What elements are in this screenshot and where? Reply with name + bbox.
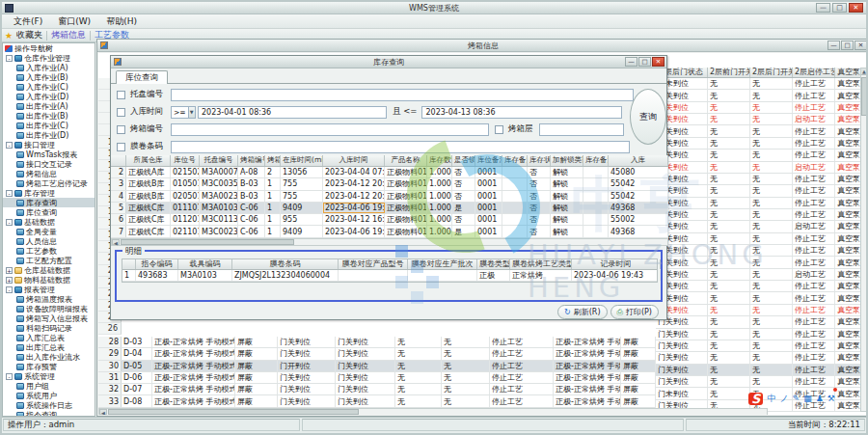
dialog-horizontal-scrollbar[interactable]: ◀ <box>111 238 668 246</box>
tree-item[interactable]: 入库作业(B) <box>3 72 95 82</box>
table-row[interactable]: 门关到位无无启动工艺真空泵启动 <box>656 221 864 232</box>
tree-item[interactable]: 用户组 <box>3 381 95 391</box>
tree-item[interactable]: -系统管理 <box>3 371 95 381</box>
scroll-left-arrow[interactable]: ◀ <box>112 239 120 245</box>
tree-expander-icon[interactable]: + <box>6 277 13 284</box>
scrollbar-thumb[interactable] <box>861 77 867 116</box>
ime-tool-icon[interactable]: 中 <box>767 394 775 403</box>
table-row[interactable]: 门关到位无无停止工艺真空泵停止 <box>656 376 864 388</box>
menu-item-0[interactable]: 文件(F) <box>6 15 50 28</box>
ime-tool-icon[interactable]: ♟ <box>816 394 824 403</box>
ime-tool-icon[interactable]: ノ <box>779 394 788 403</box>
column-header[interactable]: 库存备注 <box>583 155 609 166</box>
button-刷新R[interactable]: ↻刷新(R) <box>557 305 608 319</box>
tree-item[interactable]: 料箱扫码记录 <box>3 323 95 333</box>
oven-maximize-button[interactable]: □ <box>841 41 854 50</box>
tree-item[interactable]: 出库作业(B) <box>3 111 95 121</box>
oven-no-checkbox[interactable] <box>117 125 125 134</box>
oven-window-titlebar[interactable]: 烤箱信息 — □ ✕ <box>97 40 868 52</box>
column-header[interactable]: 2层启停工艺 <box>793 68 835 77</box>
dialog-maximize-button[interactable]: □ <box>638 57 651 67</box>
tree-item[interactable]: 工艺参数 <box>3 246 95 256</box>
column-header[interactable]: 膜卷烘烤工艺类型 <box>510 259 572 269</box>
tree-item[interactable]: 入库汇总表 <box>3 333 95 342</box>
column-header[interactable]: 库位备注 <box>475 155 502 166</box>
oven-close-button[interactable]: ✕ <box>854 41 867 50</box>
column-header[interactable]: 记录时间 <box>572 259 661 269</box>
maximize-button[interactable]: □ <box>832 3 847 13</box>
table-row[interactable]: 门关到位无无停止工艺真空泵停止 <box>656 102 864 114</box>
tree-item[interactable]: 出库汇总表 <box>3 342 95 352</box>
oven-minimize-button[interactable]: — <box>827 41 840 50</box>
table-row[interactable]: 门关到位无无停止工艺真空泵停止 <box>656 90 864 101</box>
ime-tool-icon[interactable]: ✎ <box>793 394 800 403</box>
table-row[interactable]: 门关到位无无停止工艺真空泵停止 <box>656 233 864 245</box>
tree-item[interactable]: -库存管理 <box>3 188 95 198</box>
ime-tool-icon[interactable]: ⚒ <box>827 394 835 403</box>
table-row[interactable]: 门未到位无无停止工艺真空泵停止 <box>656 78 864 90</box>
column-header[interactable]: 膜卷对应生产批次 <box>408 259 477 269</box>
table-row[interactable]: 32D-07正极-正常烘烤 手动模式屏蔽门关到位门关到位无无停止工艺正极-正常烘… <box>98 384 656 395</box>
table-row[interactable]: 33D-08正极-正常烘烤 手动模式屏蔽门关到位门关到位无无停止工艺正极-正常烘… <box>98 395 656 407</box>
column-header[interactable]: 膜卷条码 <box>232 259 339 269</box>
intime-checkbox[interactable] <box>117 108 125 117</box>
tree-expander-icon[interactable]: - <box>6 286 13 293</box>
oven-no-input[interactable] <box>171 123 489 136</box>
table-row[interactable]: 5正极线C库011101M3A0103C-06194092023-04-06 1… <box>111 203 668 214</box>
table-row[interactable]: 门关到位无无停止工艺真空泵停止 <box>656 305 864 316</box>
tree-expander-icon[interactable]: + <box>6 267 13 274</box>
tree-item[interactable]: 入库作业(A) <box>3 63 95 72</box>
tree-item[interactable]: -接口管理 <box>3 140 95 150</box>
search-button[interactable]: 查询 <box>630 89 666 145</box>
tree-item[interactable]: 库存预警 <box>3 362 95 371</box>
dialog-titlebar[interactable]: 库存查询 — □ ✕ <box>111 56 666 68</box>
tree-item[interactable]: +物料基础数据 <box>3 275 95 285</box>
column-header[interactable]: 载具编码 <box>178 259 232 269</box>
tree-item[interactable]: -基础数据 <box>3 217 95 227</box>
tree-item[interactable]: 烤箱写入信息报表 <box>3 313 95 323</box>
intime-from-input[interactable]: 2023-04-01 08:36 <box>198 106 387 119</box>
vertical-scrollbar[interactable]: ▲ <box>860 68 868 412</box>
tree-item[interactable]: 入库作业(C) <box>3 82 95 92</box>
tree-item[interactable]: 出库作业(D) <box>3 130 95 140</box>
tree-expander-icon[interactable]: - <box>6 142 13 149</box>
tree-item[interactable]: 烤箱温度报表 <box>3 294 95 304</box>
tree-item[interactable]: 接口交互记录 <box>3 159 95 169</box>
column-header[interactable]: 库存数量 <box>427 155 452 166</box>
scrollbar-thumb[interactable] <box>121 239 294 245</box>
toolbar-link-oven-info[interactable]: 烤箱信息 <box>51 29 86 41</box>
tree-item[interactable]: -仓库作业管理 <box>3 53 95 63</box>
table-row[interactable]: 门关到位无无启动工艺真空泵启动 <box>656 269 864 281</box>
tree-item[interactable]: 操作导航树 <box>3 43 95 53</box>
tree-expander-icon[interactable]: - <box>6 373 13 380</box>
oven-layer-input[interactable] <box>539 123 624 136</box>
table-row[interactable]: 门关到位无无停止工艺真空泵停止 <box>656 281 864 292</box>
tree-expander-icon[interactable]: - <box>6 190 13 197</box>
oven-layer-checkbox[interactable] <box>495 125 503 134</box>
table-row[interactable]: 门关到位无无停止工艺真空泵停止 <box>656 365 864 376</box>
tree-item[interactable]: 库位查询 <box>3 207 95 217</box>
tree-item[interactable]: WmsTask报表 <box>3 150 95 159</box>
column-header[interactable]: 膜卷对应产品型号 <box>339 259 408 269</box>
table-row[interactable]: 门关到位无无停止工艺真空泵停止 <box>656 329 864 340</box>
column-header[interactable]: 库存状态 <box>528 155 551 166</box>
column-header[interactable]: 在库时间(min) <box>281 155 323 166</box>
tree-item[interactable]: 指令查询 <box>3 410 95 417</box>
table-row[interactable]: 30D-05正极-正常烘烤 手动模式屏蔽门开到位门关到位无无停止工艺正极-正常烘… <box>98 361 656 372</box>
close-button[interactable]: ✕ <box>849 3 863 13</box>
button-打印P[interactable]: ⎙打印(P) <box>610 305 659 319</box>
table-row[interactable]: 31D-06正极-正常烘烤 手动模式屏蔽门关到位门关到位无无停止工艺正极-正常烘… <box>98 372 656 384</box>
intime-operator-combo[interactable]: >= ▼ <box>171 106 196 119</box>
table-row[interactable]: 门关到位无无停止工艺真空泵停止 <box>656 209 864 221</box>
tree-expander-icon[interactable]: - <box>6 55 13 62</box>
table-row[interactable]: 门关到位无无停止工艺真空泵停止 <box>656 198 864 209</box>
table-row[interactable]: 4正极线B库020501M3A0023B-0317552023-04-12 20… <box>111 191 668 203</box>
table-row[interactable]: 门关到位无无停止工艺真空泵停止 <box>656 257 864 268</box>
tree-expander-icon[interactable]: - <box>6 219 13 226</box>
tree-item[interactable]: 出库作业(C) <box>3 121 95 130</box>
table-row[interactable]: 门关到位无无停止工艺真空泵停止 <box>656 316 864 328</box>
column-header[interactable]: 指令编码 <box>136 259 178 269</box>
tree-item[interactable]: -报表管理 <box>3 285 95 294</box>
tree-item[interactable]: 系统用户 <box>3 391 95 400</box>
tree-item[interactable]: 库存查询 <box>3 198 95 207</box>
